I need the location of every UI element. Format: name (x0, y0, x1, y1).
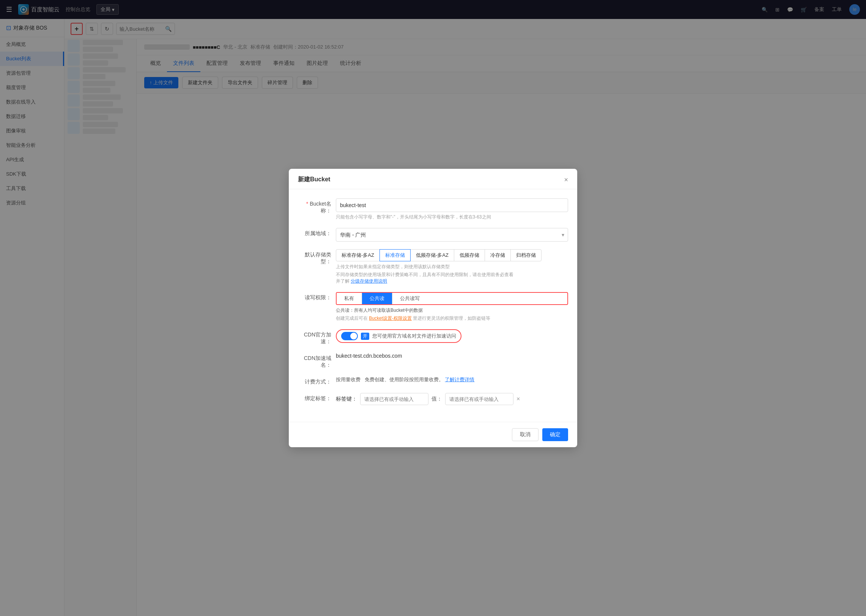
storage-type-content: 标准存储-多AZ 标准存储 低频存储-多AZ 低频存储 冷存储 归档存储 上传文… (336, 249, 568, 284)
modal-title: 新建Bucket (298, 176, 330, 184)
cdn-row: CDN官方加速： 开 您可使用官方域名对文件进行加速访问 (298, 329, 568, 345)
cdn-toggle-on-label: 开 (361, 333, 369, 340)
storage-btn-cold[interactable]: 冷存储 (485, 249, 511, 261)
cdn-domain-row: CDN加速域名： bukect-test.cdn.bcebos.com (298, 353, 568, 369)
tag-value-input[interactable] (445, 393, 513, 405)
tag-equals: 值： (431, 396, 442, 402)
bucket-name-content: 只能包含小写字母、数字和"-"，开头结尾为小写字母和数字，长度在3-63之间 (336, 198, 568, 220)
bucket-name-label: Bucket名称： (298, 198, 336, 214)
rw-row: 读写权限： 私有 公共读 公共读写 公共读：所有人均可读取该Bucket中的数据… (298, 292, 568, 322)
billing-type: 按用量收费 (336, 377, 361, 382)
billing-row: 计费方式： 按用量收费 免费创建、使用阶段按照用量收费。 了解计费详情 (298, 376, 568, 385)
storage-btn-std[interactable]: 标准存储 (379, 249, 411, 261)
modal-header: 新建Bucket × (289, 169, 577, 189)
cdn-domain-value: bukect-test.cdn.bcebos.com (336, 353, 568, 359)
tag-key-input[interactable] (360, 393, 428, 405)
tag-input-row: 标签键： 值： × (336, 393, 568, 405)
rw-public-rw-btn[interactable]: 公共读写 (392, 293, 427, 304)
modal-close-button[interactable]: × (564, 176, 568, 183)
tag-content: 标签键： 值： × (336, 393, 568, 405)
new-bucket-modal: 新建Bucket × Bucket名称： 只能包含小写字母、数字和"-"，开头结… (289, 169, 577, 447)
storage-type-label: 默认存储类型： (298, 249, 336, 265)
bucket-name-input[interactable] (336, 198, 568, 212)
cdn-domain-text: bukect-test.cdn.bcebos.com (336, 353, 402, 359)
tag-label: 绑定标签： (298, 393, 336, 402)
cdn-hint-text: 您可使用官方域名对文件进行加速访问 (372, 333, 456, 339)
cdn-domain-label: CDN加速域名： (298, 353, 336, 369)
confirm-button[interactable]: 确定 (542, 428, 568, 441)
storage-btn-low[interactable]: 低频存储 (454, 249, 485, 261)
storage-info-anchor[interactable]: 分级存储使用说明 (351, 278, 387, 284)
rw-content: 私有 公共读 公共读写 公共读：所有人均可读取该Bucket中的数据 创建完成后… (336, 292, 568, 322)
region-select[interactable]: 华南 - 广州 华北 - 北京 华东 - 苏州 (336, 228, 568, 242)
region-content: 华南 - 广州 华北 - 北京 华东 - 苏州 ▾ (336, 228, 568, 242)
cdn-content: 开 您可使用官方域名对文件进行加速访问 (336, 329, 568, 343)
modal-body: Bucket名称： 只能包含小写字母、数字和"-"，开头结尾为小写字母和数字，长… (289, 189, 577, 422)
rw-public-read-btn[interactable]: 公共读 (362, 293, 392, 304)
modal-footer: 取消 确定 (289, 422, 577, 447)
tag-row: 绑定标签： 标签键： 值： × (298, 393, 568, 405)
billing-content: 按用量收费 免费创建、使用阶段按照用量收费。 了解计费详情 (336, 376, 568, 383)
rw-group: 私有 公共读 公共读写 (336, 292, 568, 305)
billing-hint: 免费创建、使用阶段按照用量收费。 (365, 377, 444, 382)
bucket-name-hint: 只能包含小写字母、数字和"-"，开头结尾为小写字母和数字，长度在3-63之间 (336, 214, 568, 220)
region-label: 所属地域： (298, 228, 336, 237)
storage-type-row: 默认存储类型： 标准存储-多AZ 标准存储 低频存储-多AZ 低频存储 冷存储 … (298, 249, 568, 284)
cdn-label: CDN官方加速： (298, 329, 336, 345)
bucket-name-row: Bucket名称： 只能包含小写字母、数字和"-"，开头结尾为小写字母和数字，长… (298, 198, 568, 220)
storage-btn-archive[interactable]: 归档存储 (510, 249, 542, 261)
storage-info-link: 不同存储类型的使用场景和计费策略不同，且具有不同的使用限制，请在使用前务必查看 … (336, 272, 568, 284)
tag-remove-button[interactable]: × (516, 396, 520, 402)
billing-label: 计费方式： (298, 376, 336, 385)
rw-setting-anchor[interactable]: Bucket设置-权限设置 (369, 316, 412, 321)
tag-key-label: 标签键： (336, 396, 357, 402)
cancel-button[interactable]: 取消 (512, 428, 538, 441)
cdn-toggle-switch[interactable] (341, 332, 358, 340)
rw-setting-link: 创建完成后可在 Bucket设置-权限设置 里进行更灵活的权限管理，如防盗链等 (336, 315, 568, 322)
rw-label: 读写权限： (298, 292, 336, 301)
billing-link[interactable]: 了解计费详情 (445, 377, 474, 382)
storage-btn-std-multiaz[interactable]: 标准存储-多AZ (336, 249, 380, 261)
cdn-toggle-wrapper: 开 您可使用官方域名对文件进行加速访问 (336, 329, 461, 343)
rw-private-btn[interactable]: 私有 (337, 293, 362, 304)
storage-type-hint: 上传文件时如果未指定存储类型，则使用该默认存储类型 (336, 264, 568, 270)
region-select-wrapper: 华南 - 广州 华北 - 北京 华东 - 苏州 ▾ (336, 228, 568, 242)
region-row: 所属地域： 华南 - 广州 华北 - 北京 华东 - 苏州 ▾ (298, 228, 568, 242)
modal-overlay: 新建Bucket × Bucket名称： 只能包含小写字母、数字和"-"，开头结… (0, 0, 866, 616)
storage-type-group: 标准存储-多AZ 标准存储 低频存储-多AZ 低频存储 冷存储 归档存储 (336, 249, 568, 261)
storage-btn-low-multiaz[interactable]: 低频存储-多AZ (410, 249, 454, 261)
rw-hint: 公共读：所有人均可读取该Bucket中的数据 (336, 307, 568, 314)
